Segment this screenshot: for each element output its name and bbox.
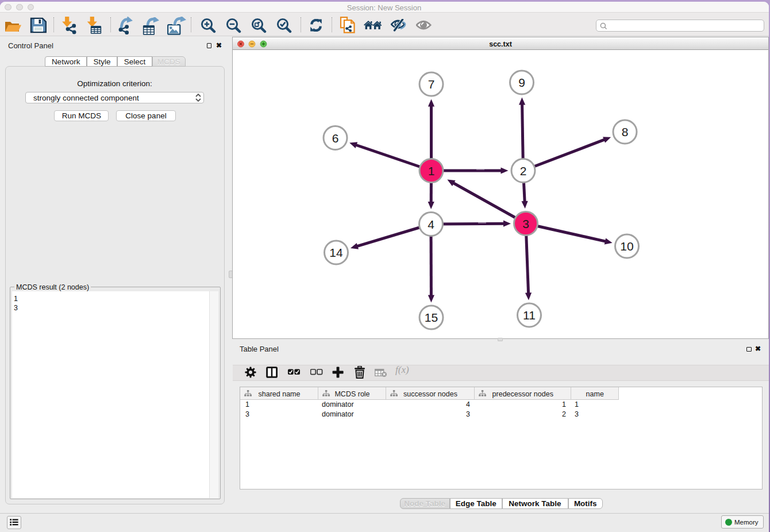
svg-text:4: 4 [428,218,434,231]
svg-text:9: 9 [518,76,525,89]
svg-text:11: 11 [523,309,536,322]
svg-text:7: 7 [428,78,435,91]
svg-text:3: 3 [522,217,529,230]
svg-text:14: 14 [329,246,343,259]
svg-text:8: 8 [622,125,629,138]
svg-text:15: 15 [425,311,438,324]
svg-text:1: 1 [428,164,435,178]
svg-text:2: 2 [520,164,527,178]
svg-text:10: 10 [620,240,633,253]
svg-text:6: 6 [332,132,339,145]
